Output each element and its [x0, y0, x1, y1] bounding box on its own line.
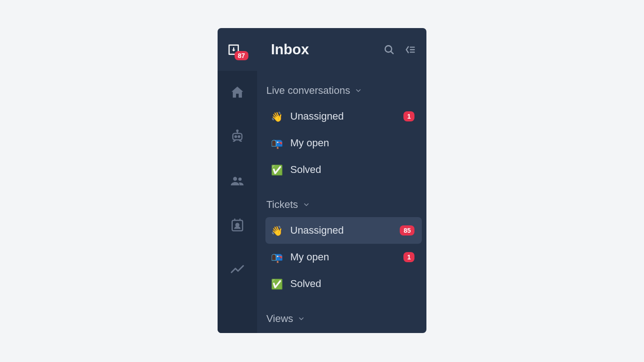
- collapse-list-icon[interactable]: [404, 44, 416, 56]
- tickets-item-unassigned[interactable]: 👋 Unassigned 85: [265, 217, 422, 244]
- mailbox-icon: 📭: [271, 138, 283, 148]
- svg-point-6: [235, 136, 236, 137]
- nav-rail: [218, 71, 257, 333]
- section-tickets[interactable]: Tickets: [265, 195, 423, 217]
- search-icon[interactable]: [383, 44, 395, 56]
- page-title: Inbox: [271, 41, 383, 58]
- section-views[interactable]: Views: [265, 309, 423, 331]
- people-icon[interactable]: [230, 173, 245, 189]
- inbox-panel: 87 Inbox: [218, 28, 426, 333]
- inbox-icon-wrap[interactable]: 87: [227, 43, 247, 57]
- panel-header: 87 Inbox: [218, 28, 426, 71]
- item-label: My open: [290, 137, 414, 149]
- live-item-my-open[interactable]: 📭 My open: [265, 130, 422, 156]
- tickets-item-my-open[interactable]: 📭 My open 1: [265, 244, 422, 270]
- sidebar-content: Live conversations 👋 Unassigned 1 📭 My o…: [257, 71, 426, 333]
- inbox-count-badge: 87: [235, 51, 248, 60]
- header-actions: [383, 44, 416, 56]
- section-title: Views: [266, 313, 293, 325]
- contact-card-icon[interactable]: [230, 217, 245, 233]
- svg-point-10: [238, 178, 242, 181]
- section-title: Tickets: [266, 199, 298, 211]
- item-label: My open: [290, 251, 396, 263]
- wave-icon: 👋: [271, 226, 283, 236]
- mailbox-icon: 📭: [271, 253, 283, 262]
- live-item-unassigned[interactable]: 👋 Unassigned 1: [265, 103, 422, 130]
- wave-icon: 👋: [271, 112, 283, 121]
- panel-body: Live conversations 👋 Unassigned 1 📭 My o…: [218, 71, 426, 333]
- chevron-down-icon: [355, 87, 362, 94]
- svg-point-9: [233, 177, 237, 181]
- check-icon: ✅: [271, 279, 283, 289]
- live-item-solved[interactable]: ✅ Solved: [265, 156, 422, 183]
- chevron-down-icon: [298, 315, 305, 322]
- home-icon[interactable]: [230, 85, 245, 100]
- item-label: Unassigned: [290, 110, 396, 122]
- count-badge: 1: [403, 111, 414, 121]
- item-label: Solved: [290, 278, 414, 290]
- svg-point-12: [236, 224, 239, 227]
- check-icon: ✅: [271, 165, 283, 175]
- bot-icon[interactable]: [230, 129, 245, 144]
- svg-rect-5: [233, 133, 242, 140]
- svg-point-7: [238, 136, 240, 137]
- tickets-item-solved[interactable]: ✅ Solved: [265, 270, 422, 297]
- section-live-conversations[interactable]: Live conversations: [265, 81, 423, 103]
- count-badge: 85: [400, 225, 414, 236]
- item-label: Solved: [290, 164, 414, 176]
- svg-point-8: [237, 130, 238, 132]
- count-badge: 1: [403, 252, 414, 262]
- analytics-icon[interactable]: [230, 261, 245, 277]
- chevron-down-icon: [303, 201, 310, 208]
- section-title: Live conversations: [266, 85, 350, 97]
- item-label: Unassigned: [290, 224, 392, 236]
- svg-line-1: [391, 51, 393, 53]
